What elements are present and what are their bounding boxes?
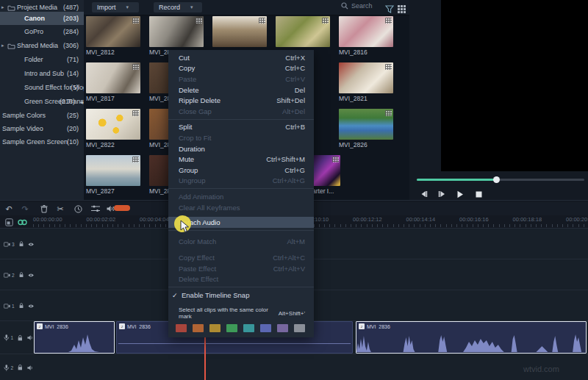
media-thumbnail [339,62,393,93]
media-thumbnail [86,16,140,47]
undo-icon[interactable]: ↶ [3,204,15,214]
expand-arrow-icon[interactable]: ▸ [1,4,7,10]
media-item[interactable]: MVI_2812 [86,16,140,56]
speed-clock-icon[interactable] [72,204,84,214]
search-icon [341,2,348,10]
color-swatch[interactable] [243,324,254,332]
menu-item-copy[interactable]: CopyCtrl+C [168,63,314,74]
grid-view-icon[interactable] [398,3,406,16]
record-button[interactable]: Record ▾ [154,2,202,12]
media-type-icon [196,18,202,24]
menu-item-delete-effect[interactable]: Delete Effect [168,274,314,285]
media-type-icon [385,18,392,24]
previous-frame-button[interactable] [418,190,429,198]
audio-waveform [356,332,586,352]
media-type-icon [385,110,392,116]
menu-separator [168,119,314,120]
adjust-sliders-icon[interactable] [90,204,101,214]
lock-icon[interactable] [19,240,24,248]
import-button[interactable]: Import ▾ [92,2,139,12]
sidebar-item-canon[interactable]: Canon (203) [0,12,84,25]
media-item[interactable]: MVI_2821 [339,62,393,102]
menu-item-cut[interactable]: CutCtrl+X [168,52,314,63]
timeline-clip[interactable]: ♪MVI_2836 [34,321,115,354]
sidebar-item-sample-colors[interactable]: Sample Colors (25) [0,109,84,122]
sidebar-item-shared-media[interactable]: ▸ Shared Media (306) [0,39,84,52]
menu-item-duration[interactable]: Duration [168,143,314,154]
audio-track-2[interactable]: 2 [0,354,588,380]
split-scissors-icon[interactable]: ✂ [54,204,66,214]
seek-handle[interactable] [493,176,500,183]
sidebar-item-intro-and-sub[interactable]: Intro and Sub (14) [0,67,84,80]
music-note-icon: ♪ [119,323,125,329]
menu-item-select-all-same-color-mark[interactable]: Select all clips with the same color mar… [168,308,314,319]
lock-icon[interactable] [18,334,23,342]
next-frame-button[interactable] [437,190,447,198]
sidebar-item-gopro[interactable]: GoPro (284) [0,25,84,38]
menu-item-delete[interactable]: DeleteDel [168,85,314,96]
seek-progress [417,179,495,181]
sidebar-item-sample-video[interactable]: Sample Video (20) [0,122,84,135]
menu-item-add-animation[interactable]: Add Animation [168,191,314,202]
menu-item-paste[interactable]: PasteCtrl+V [168,74,314,85]
menu-item-enable-timeline-snap[interactable]: ✓Enable Timeline Snap [168,290,314,301]
snapshot-icon[interactable] [3,217,15,227]
delete-trash-icon[interactable] [38,204,50,214]
menu-item-clear-all-keyframes[interactable]: Clear All Keyframes [168,202,314,213]
stop-button[interactable] [473,190,484,198]
collapse-arrow-icon[interactable]: ◀ [79,99,83,104]
timeline-clip[interactable]: ♪MVI_2836 [356,321,587,354]
menu-item-mute[interactable]: MuteCtrl+Shift+M [168,154,314,165]
lock-icon[interactable] [18,364,23,371]
sidebar-item-folder[interactable]: Folder (71) [0,53,84,66]
menu-item-copy-effect[interactable]: Copy EffectCtrl+Alt+C [168,253,314,264]
color-swatch[interactable] [209,324,220,332]
preview-video-area[interactable] [441,0,588,171]
auto-ripple-link-icon[interactable] [16,217,28,227]
audio-track-icon [4,334,10,342]
sidebar-item-green-screen-trans[interactable]: Green Screen Trans (216) ◀ [0,95,84,108]
media-type-icon [132,18,139,24]
speaker-icon[interactable] [27,334,34,341]
media-item[interactable]: MVI_2826 [339,109,393,148]
filter-icon[interactable] [385,3,394,16]
menu-item-group[interactable]: GroupCtrl+G [168,165,314,176]
color-swatch[interactable] [193,324,204,332]
media-item[interactable]: MVI_2817 [86,62,140,102]
sidebar-item-sample-green-screen[interactable]: Sample Green Screen (10) [0,135,84,148]
waveform-baseline [118,343,351,344]
search-input[interactable]: Search [341,2,373,10]
track-header: 2 [0,354,34,380]
chevron-down-icon: ▾ [126,4,129,10]
menu-item-close-gap[interactable]: Close GapAlt+Del [168,106,314,117]
color-swatch[interactable] [294,324,305,332]
menu-item-ungroup[interactable]: UngroupCtrl+Alt+G [168,176,314,187]
menu-item-crop-to-fit[interactable]: Crop to Fit [168,132,314,143]
video-track-icon [4,272,10,279]
media-type-icon [132,157,139,162]
eye-icon[interactable] [28,304,34,309]
eye-icon[interactable] [28,273,34,278]
lock-icon[interactable] [19,302,24,309]
eye-icon[interactable] [28,242,34,247]
play-button[interactable] [455,190,465,198]
sidebar-item-sound-effect-for-vlog[interactable]: Sound Effect for Vlog (5) [0,81,84,94]
media-item[interactable]: MVI_2822 [86,109,140,148]
color-swatch[interactable] [226,324,237,332]
lock-icon[interactable] [19,271,24,279]
menu-item-ripple-delete[interactable]: Ripple DeleteShift+Del [168,95,314,106]
media-thumbnail [276,16,330,47]
media-item[interactable]: MVI_2816 [339,16,393,56]
color-swatch[interactable] [277,324,288,332]
seek-bar[interactable] [417,179,584,181]
redo-icon[interactable]: ↷ [19,204,31,214]
menu-item-paste-effect[interactable]: Paste EffectCtrl+Alt+V [168,263,314,274]
track-header: 3 [0,229,34,259]
menu-item-split[interactable]: SplitCtrl+B [168,122,314,133]
speaker-icon[interactable] [27,365,34,371]
color-swatch[interactable] [260,324,271,332]
expand-arrow-icon[interactable]: ▸ [1,43,7,49]
media-item[interactable]: MVI_2827 [86,155,140,195]
color-swatch[interactable] [176,324,187,332]
menu-item-color-match[interactable]: Color MatchAlt+M [168,236,314,247]
